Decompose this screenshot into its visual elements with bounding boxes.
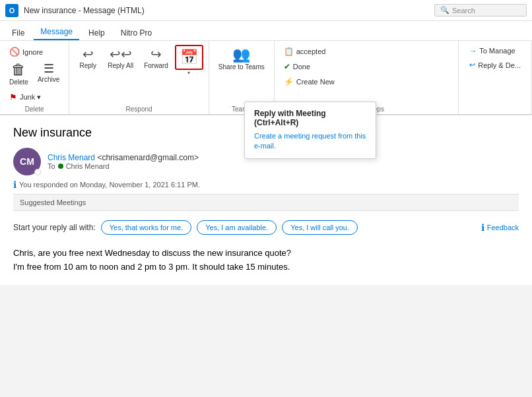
suggestions-label: Start your reply all with: (13, 223, 96, 232)
junk-button[interactable]: ⚑ Junk ▾ (5, 90, 45, 104)
suggested-meetings-bar: Suggested Meetings (13, 194, 519, 211)
feedback-icon: ℹ (481, 222, 484, 233)
menu-help[interactable]: Help (82, 26, 112, 40)
reply-de-button[interactable]: ↩ Reply & De... (464, 59, 526, 71)
suggestion-yes-works[interactable]: Yes, that works for me. (101, 220, 191, 235)
sender-to-row: To Chris Menard (48, 162, 199, 170)
done-button[interactable]: ✔ Done (280, 60, 314, 73)
delete-group-label: Delete (25, 104, 44, 113)
meeting-reply-button[interactable]: 📅 (175, 45, 203, 70)
ribbon-group-delete: 🚫 Ignore 🗑 Delete ☰ Archive ⚑ Junk ▾ Del… (0, 41, 69, 114)
share-teams-button[interactable]: 👥 Share to Teams (215, 45, 269, 74)
menu-nitro[interactable]: Nitro Pro (114, 26, 158, 40)
ignore-button[interactable]: 🚫 Ignore (5, 45, 47, 59)
tooltip-title: Reply with Meeting (Ctrl+Alt+R) (254, 109, 366, 127)
to-manage-icon: → (469, 47, 477, 55)
ribbon-group-respond: ↩ Reply ↩↩ Reply All ↪ Forward 📅 ▾ Respo… (69, 41, 209, 114)
menu-bar: File Message Help Nitro Pro (0, 21, 532, 41)
respond-group-label: Respond (126, 104, 152, 113)
menu-message[interactable]: Message (34, 24, 79, 40)
forward-icon: ↪ (150, 47, 162, 61)
search-box[interactable]: 🔍 Search (434, 4, 527, 16)
reply-de-icon: ↩ (469, 61, 475, 69)
delete-icon: 🗑 (11, 63, 26, 77)
sender-info: Chris Menard <chrisamenard@gmail.com> To… (48, 153, 199, 170)
tooltip-description: Create a meeting request from this e-mai… (254, 131, 366, 152)
title-bar: O New insurance - Message (HTML) 🔍 Searc… (0, 0, 532, 21)
app-icon: O (5, 4, 18, 17)
search-placeholder: Search (452, 7, 475, 15)
reply-icon: ↩ (83, 47, 94, 61)
feedback-button[interactable]: ℹ Feedback (481, 222, 519, 233)
tooltip: Reply with Meeting (Ctrl+Alt+R) Create a… (244, 102, 376, 159)
reply-button[interactable]: ↩ Reply (75, 45, 101, 73)
sender-name: Chris Menard <chrisamenard@gmail.com> (48, 153, 199, 162)
done-icon: ✔ (284, 62, 290, 71)
archive-button[interactable]: ☰ Archive (34, 60, 63, 86)
accepted-button[interactable]: 📋 accepted (280, 45, 330, 58)
menu-file[interactable]: File (5, 26, 31, 40)
suggestions-row: Start your reply all with: Yes, that wor… (13, 215, 519, 240)
presence-dot (58, 164, 63, 169)
delete-button[interactable]: 🗑 Delete (5, 60, 32, 89)
reply-all-button[interactable]: ↩↩ Reply All (104, 45, 137, 73)
junk-icon: ⚑ (9, 92, 17, 102)
archive-icon: ☰ (44, 63, 54, 75)
response-info: ℹ You responded on Monday, November 1, 2… (13, 179, 519, 190)
ignore-icon: 🚫 (9, 47, 20, 57)
forward-button[interactable]: ↪ Forward (140, 45, 172, 73)
search-icon: 🔍 (440, 6, 449, 15)
accepted-icon: 📋 (284, 47, 294, 56)
create-new-icon: ⚡ (284, 77, 294, 86)
teams-icon: 👥 (232, 47, 250, 62)
ribbon-group-right: → To Manage ↩ Reply & De... (459, 41, 532, 114)
window-title: New insurance - Message (HTML) (24, 6, 429, 15)
create-new-button[interactable]: ⚡ Create New (280, 75, 339, 88)
avatar-wrapper: CM (13, 148, 41, 175)
online-indicator (34, 169, 41, 175)
to-manage-button[interactable]: → To Manage (464, 45, 520, 57)
calendar-icon: 📅 (180, 49, 198, 66)
suggestion-yes-available[interactable]: Yes, I am available. (197, 220, 277, 235)
email-body: Chris, are you free next Wednesday to di… (13, 247, 519, 274)
meeting-reply-split: 📅 ▾ (175, 45, 203, 76)
suggestion-yes-call[interactable]: Yes, I will call you. (282, 220, 358, 235)
ribbon: 🚫 Ignore 🗑 Delete ☰ Archive ⚑ Junk ▾ Del… (0, 41, 532, 115)
reply-all-icon: ↩↩ (110, 47, 132, 61)
meeting-reply-dropdown[interactable]: ▾ (175, 70, 203, 76)
info-icon: ℹ (13, 179, 17, 190)
